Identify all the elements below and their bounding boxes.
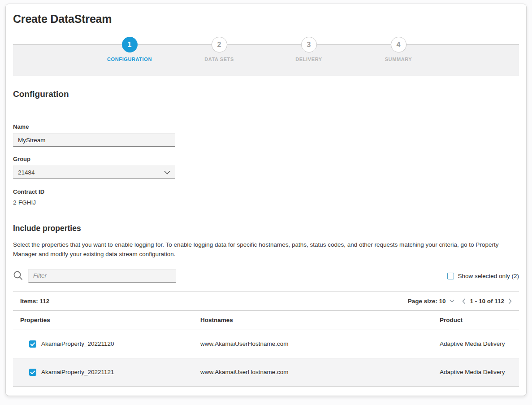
filter-input[interactable] — [28, 269, 176, 283]
step-delivery[interactable]: 3 DELIVERY — [260, 37, 358, 62]
column-header-product: Product — [440, 317, 519, 323]
step-summary[interactable]: 4 SUMMARY — [349, 37, 448, 62]
property-name: AkamaiProperty_20221120 — [41, 340, 114, 347]
step-2-label: DATA SETS — [204, 57, 234, 62]
hostname-cell: www.AkamaiUserHostname.com — [200, 340, 440, 347]
contract-field-group: Contract ID 2-FGHIJ — [13, 188, 519, 206]
page-range-label: 1 - 10 of 112 — [470, 298, 504, 305]
group-selected-value: 21484 — [18, 169, 35, 176]
table-toolbar: Items: 112 Page size: 10 1 - 10 of 112 — [13, 292, 519, 311]
hostname-cell: www.AkamaiUserHostname.com — [200, 369, 440, 375]
group-field-group: Group 21484 — [13, 156, 519, 179]
next-page-icon[interactable] — [508, 298, 512, 304]
contract-id-label: Contract ID — [13, 188, 519, 195]
wizard-stepper: 1 CONFIGURATION 2 DATA SETS 3 DELIVERY 4… — [6, 44, 526, 76]
create-datastream-panel: Create DataStream 1 CONFIGURATION 2 DATA… — [5, 4, 527, 396]
chevron-down-icon — [164, 170, 170, 174]
page-title: Create DataStream — [6, 4, 526, 26]
contract-id-value: 2-FGHIJ — [13, 199, 519, 206]
filter-group — [13, 269, 176, 283]
step-1-label: CONFIGURATION — [107, 57, 152, 62]
show-selected-control: Show selected only (2) — [447, 273, 519, 283]
step-1-circle: 1 — [122, 37, 138, 52]
prev-page-icon[interactable] — [462, 298, 466, 304]
step-4-circle: 4 — [391, 37, 407, 52]
configuration-heading: Configuration — [13, 89, 519, 99]
product-cell: Adaptive Media Delivery — [440, 369, 519, 375]
pagination: Page size: 10 1 - 10 of 112 — [408, 298, 512, 305]
table-header-row: Properties Hostnames Product — [13, 311, 519, 330]
table-row: AkamaiProperty_20221120 www.AkamaiUserHo… — [13, 330, 519, 358]
column-header-hostnames: Hostnames — [200, 317, 440, 323]
filter-toolbar: Show selected only (2) — [13, 269, 519, 283]
name-field-group: Name — [13, 123, 519, 147]
page-size-label[interactable]: Page size: 10 — [408, 298, 446, 305]
step-4-label: SUMMARY — [385, 57, 412, 62]
property-cell: AkamaiProperty_20221121 — [13, 369, 200, 376]
step-3-label: DELIVERY — [295, 57, 322, 62]
include-properties-description: Select the properties that you want to e… — [13, 240, 499, 259]
table-row: AkamaiProperty_20221121 www.AkamaiUserHo… — [13, 358, 519, 387]
stepper-band: 1 CONFIGURATION 2 DATA SETS 3 DELIVERY 4… — [13, 44, 519, 76]
show-selected-label: Show selected only (2) — [458, 273, 519, 279]
property-cell: AkamaiProperty_20221120 — [13, 340, 200, 348]
product-cell: Adaptive Media Delivery — [440, 340, 519, 347]
step-data-sets[interactable]: 2 DATA SETS — [170, 37, 268, 62]
row-checkbox[interactable] — [29, 340, 36, 348]
name-input[interactable] — [13, 133, 175, 147]
include-properties-heading: Include properties — [13, 224, 519, 233]
name-label: Name — [13, 123, 519, 130]
page-size-chevron-icon[interactable] — [450, 300, 454, 303]
step-configuration[interactable]: 1 CONFIGURATION — [80, 37, 179, 62]
search-icon — [13, 270, 23, 281]
row-checkbox[interactable] — [29, 369, 36, 376]
items-count: Items: 112 — [20, 298, 49, 305]
show-selected-checkbox[interactable] — [447, 273, 454, 279]
step-2-circle: 2 — [212, 37, 227, 52]
group-select[interactable]: 21484 — [13, 165, 175, 179]
group-label: Group — [13, 156, 519, 162]
properties-table: Items: 112 Page size: 10 1 - 10 of 112 P… — [13, 292, 519, 387]
step-3-circle: 3 — [301, 37, 317, 52]
property-name: AkamaiProperty_20221121 — [41, 369, 114, 375]
column-header-properties: Properties — [13, 317, 200, 323]
